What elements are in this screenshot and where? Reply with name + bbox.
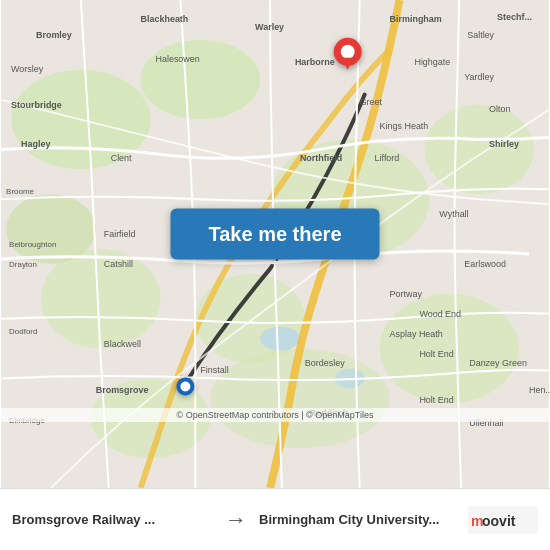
svg-text:Halesowen: Halesowen [155,54,199,64]
svg-text:Dodford: Dodford [9,327,37,336]
to-section: Birmingham City University... [259,512,460,527]
svg-text:Blackheath: Blackheath [141,14,189,24]
svg-point-56 [341,45,355,59]
svg-text:Worsley: Worsley [11,64,44,74]
svg-text:Harborne: Harborne [295,57,335,67]
svg-text:Holt End: Holt End [419,395,453,405]
svg-point-11 [260,327,300,351]
svg-point-9 [6,194,96,264]
svg-text:Hen...: Hen... [529,385,550,395]
bottom-bar: Bromsgrove Railway ... → Birmingham City… [0,488,550,550]
svg-text:Bromley: Bromley [36,30,72,40]
take-me-there-button[interactable]: Take me there [170,209,379,260]
svg-text:Wythall: Wythall [439,209,468,219]
svg-text:Warley: Warley [255,22,284,32]
moovit-logo-svg: m oovit [468,504,538,536]
svg-text:Greet: Greet [360,97,383,107]
svg-text:Shirley: Shirley [489,139,519,149]
arrow-icon: → [213,507,259,533]
map-container: Bromley Blackheath Warley Birmingham Sal… [0,0,550,488]
from-label: Bromsgrove Railway ... [12,512,213,527]
from-section: Bromsgrove Railway ... [12,512,213,527]
svg-text:Fairfield: Fairfield [104,229,136,239]
svg-text:Clent: Clent [111,153,132,163]
svg-text:Finstall: Finstall [200,365,228,375]
map-attribution: © OpenStreetMap contributors | © OpenMap… [0,408,550,422]
svg-text:Holt End: Holt End [419,349,453,359]
svg-text:Lifford: Lifford [375,153,400,163]
svg-text:Northfield: Northfield [300,153,342,163]
svg-text:Saltley: Saltley [467,30,494,40]
svg-text:Drayton: Drayton [9,260,37,269]
svg-text:Bordesley: Bordesley [305,358,345,368]
svg-text:Birmingham: Birmingham [390,14,442,24]
svg-text:Stourbridge: Stourbridge [11,100,62,110]
to-label: Birmingham City University... [259,512,460,527]
svg-text:Stechf...: Stechf... [497,12,532,22]
svg-text:Earlswood: Earlswood [464,259,506,269]
svg-text:Portway: Portway [390,289,423,299]
svg-text:oovit: oovit [482,513,516,529]
svg-text:Belbroughton: Belbroughton [9,240,56,249]
svg-text:Kings Heath: Kings Heath [380,121,429,131]
svg-text:Yardley: Yardley [464,72,494,82]
svg-text:Catshill: Catshill [104,259,133,269]
svg-text:Danzey Green: Danzey Green [469,358,527,368]
svg-text:Blackwell: Blackwell [104,339,141,349]
svg-point-2 [141,40,261,120]
svg-text:Hagley: Hagley [21,139,50,149]
moovit-logo: m oovit [468,504,538,536]
app: Bromley Blackheath Warley Birmingham Sal… [0,0,550,550]
svg-point-59 [180,381,190,391]
svg-text:Asplay Heath: Asplay Heath [390,329,443,339]
svg-point-4 [41,249,161,349]
svg-text:Olton: Olton [489,104,510,114]
svg-text:Broome: Broome [6,187,34,196]
svg-text:Bromsgrove: Bromsgrove [96,385,149,395]
svg-text:Highgate: Highgate [414,57,450,67]
svg-text:Wood End: Wood End [419,309,461,319]
